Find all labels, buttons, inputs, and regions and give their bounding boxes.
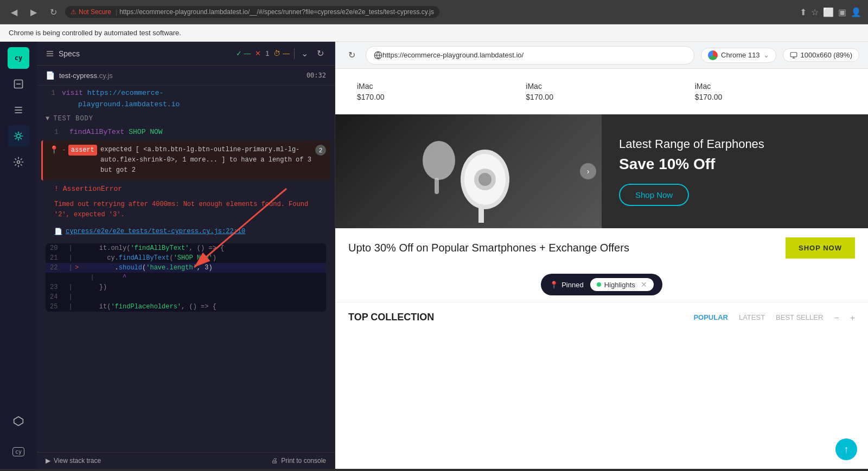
collection-title: TOP COLLECTION [348, 312, 434, 323]
visit-code-area: 1 visit https://ecommerce- playground.la… [37, 86, 335, 112]
svg-rect-24 [435, 178, 439, 194]
snippet-line-22-active: 22 | > .should('have.length', 3) [46, 263, 326, 273]
svg-point-21 [478, 173, 492, 186]
visit-url-cont: playground.lambdatest.io [62, 100, 326, 108]
share-icon[interactable]: ⬆ [800, 7, 807, 17]
pin-icon: 📍 [49, 145, 59, 156]
next-icon[interactable]: + [850, 313, 855, 323]
product-row: iMac $170.00 iMac $170.00 iMac $170.00 [335, 69, 868, 114]
error-excl-icon: ! [54, 185, 59, 193]
assert-dash: - [62, 145, 66, 156]
browser-inner-bar: ↻ https://ecommerce-playground.lambdates… [335, 42, 868, 69]
code-snippet: 20 | it.only('findAllByText', () => { 21… [46, 243, 326, 312]
snippet-line-23: 23 | }) [46, 282, 326, 292]
extension-icon[interactable]: ⬜ [823, 7, 834, 17]
snippet-line-21: 21 | cy.findAllByText('SHOP NOW') [46, 253, 326, 263]
product-price-1: $170.00 [357, 93, 508, 101]
plugin-sidebar-icon[interactable] [8, 410, 29, 432]
fail-icon: ✕ [255, 49, 261, 57]
pinned-pin-icon: 📍 [550, 281, 558, 289]
svg-point-6 [17, 161, 20, 164]
star-icon[interactable]: ☆ [811, 7, 819, 17]
scroll-up-button[interactable]: ↑ [835, 438, 857, 460]
earphones-title: Save 10% Off [619, 156, 851, 173]
product-card-2: iMac $170.00 [517, 78, 686, 106]
snippet-line-24: 24 | [46, 292, 326, 302]
list-sidebar-icon[interactable] [8, 99, 29, 121]
earphones-banner: › Latest Range of Earphones Save 10% Off… [335, 114, 868, 228]
banner-next-button[interactable]: › [580, 163, 596, 179]
visit-line: visit https://ecommerce- [62, 89, 326, 97]
collection-nav: POPULAR LATEST BEST SELLER − + [693, 313, 855, 323]
snippet-line-20: 20 | it.only('findAllByText', () => { [46, 243, 326, 253]
collapse-arrow[interactable]: ▼ [46, 115, 50, 122]
inner-reload-button[interactable]: ↻ [344, 48, 359, 63]
reload-button[interactable]: ↻ [46, 4, 61, 20]
globe-icon [374, 51, 382, 60]
test-content[interactable]: 1 visit https://ecommerce- playground.la… [37, 86, 335, 452]
snippet-line-caret: | ^ [46, 273, 326, 282]
product-price-3: $170.00 [695, 93, 846, 101]
shop-now-button[interactable]: Shop Now [619, 184, 689, 206]
highlights-dot-icon [597, 282, 601, 287]
view-stack-trace-button[interactable]: ▶ View stack trace [46, 457, 101, 464]
security-badge: ⚠ Not Secure | https://ecommerce-playgro… [65, 6, 439, 18]
collection-nav-latest[interactable]: LATEST [739, 313, 765, 323]
file-sidebar-icon[interactable] [8, 73, 29, 95]
cypress-logo-icon[interactable]: cy [8, 47, 29, 69]
inner-url-bar[interactable]: https://ecommerce-playground.lambdatest.… [366, 46, 694, 64]
product-card-3: iMac $170.00 [686, 78, 855, 106]
print-icon: 🖨 [271, 457, 278, 464]
assert-text: expected [ <a.btn.btn-lg.btn-outline-pri… [100, 145, 324, 176]
collection-nav-best-seller[interactable]: BEST SELLER [776, 313, 823, 323]
browser-titlebar: ◀ ▶ ↻ ⚠ Not Secure | https://ecommerce-p… [0, 0, 868, 24]
product-name-2: iMac [526, 82, 677, 91]
svg-point-23 [423, 141, 455, 180]
file-link-icon: 📄 [54, 228, 62, 236]
back-button[interactable]: ◀ [7, 4, 22, 20]
specs-header: Specs ✓ — ✕ 1 ⏱ — ⌄ ↻ [37, 42, 335, 66]
error-description: Timed out retrying after 4000ms: Not eno… [37, 195, 335, 224]
snippet-line-25: 25 | it('findPlaceholders', () => { [46, 302, 326, 312]
auto-notice: Chrome is being controlled by automated … [0, 24, 868, 42]
left-sidebar: cy cy [0, 42, 37, 469]
monitor-icon [790, 51, 797, 59]
url-display: https://ecommerce-playground.lambdatest.… [119, 8, 434, 16]
print-to-console-button[interactable]: 🖨 Print to console [271, 457, 326, 464]
file-link[interactable]: 📄 cypress/e2e/e2e_tests/test-cypress.cy.… [37, 224, 335, 239]
specs-icon [46, 49, 54, 58]
tab-icon[interactable]: ▣ [838, 7, 846, 17]
dropdown-button[interactable]: ⌄ [299, 47, 310, 60]
cy-bottom-icon[interactable]: cy [8, 441, 29, 462]
gear-sidebar-icon[interactable] [8, 151, 29, 173]
earphones-subtitle: Latest Range of Earphones [619, 137, 851, 151]
bug-sidebar-icon[interactable] [8, 125, 29, 147]
promo-text: Upto 30% Off on Popular Smartphones + Ex… [348, 242, 786, 254]
prev-icon[interactable]: − [834, 313, 839, 323]
collection-nav-popular[interactable]: POPULAR [693, 313, 728, 323]
promo-shop-now-button[interactable]: SHOP NOW [786, 237, 855, 259]
website-content[interactable]: iMac $170.00 iMac $170.00 iMac $170.00 [335, 69, 868, 469]
test-file-icon: 📄 [46, 71, 55, 80]
viewport-badge[interactable]: 1000x660 (89%) [783, 48, 859, 62]
close-badge-button[interactable]: ✕ [641, 280, 647, 289]
cypress-panel: Specs ✓ — ✕ 1 ⏱ — ⌄ ↻ 📄 test-cypress .cy… [37, 42, 335, 469]
view-stack-icon: ▶ [46, 457, 50, 464]
forward-button[interactable]: ▶ [26, 4, 41, 20]
warning-icon: ⚠ [71, 8, 76, 16]
earphones-image: › [335, 114, 602, 228]
pinned-bar-container: 📍 Pinned Highlights ✕ [335, 267, 868, 302]
error-type-line: ! AssertionError [37, 183, 335, 195]
specs-title: Specs [46, 49, 80, 58]
product-card-1: iMac $170.00 [348, 78, 517, 106]
promo-bar: Upto 30% Off on Popular Smartphones + Ex… [335, 228, 868, 267]
test-body-label: ▼ TEST BODY [37, 112, 335, 126]
chrome-badge[interactable]: Chrome 113 ⌄ [701, 48, 776, 63]
svg-point-5 [17, 134, 21, 138]
profile-icon[interactable]: 👤 [851, 7, 861, 17]
refresh-button[interactable]: ↻ [315, 47, 326, 60]
pending-icon: ⏱ — [273, 49, 290, 57]
line-number-1: 1 [46, 89, 62, 97]
earphones-text: Latest Range of Earphones Save 10% Off S… [602, 120, 868, 223]
toolbar-icons: ⬆ ☆ ⬜ ▣ 👤 [800, 7, 861, 17]
